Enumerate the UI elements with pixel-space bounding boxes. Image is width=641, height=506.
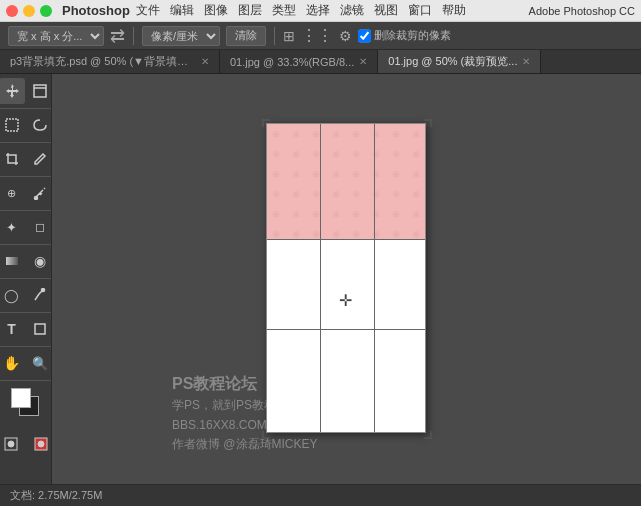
svg-rect-13 (267, 124, 425, 239)
grid-line-h1 (267, 239, 425, 240)
doc-size-label: 文档: 2.75M/2.75M (10, 488, 102, 503)
grid-line-h2 (267, 329, 425, 330)
tool-group-marquee (0, 112, 51, 143)
tool-group-healing: ⊕ (0, 180, 51, 211)
toolbox: ⊕ ✦ ◻ ◉ ◯ (0, 74, 52, 484)
grid-line-v2 (374, 124, 375, 432)
dodge-tool[interactable]: ◯ (0, 282, 25, 308)
menu-file[interactable]: 文件 (136, 2, 160, 19)
tab-2[interactable]: 01.jpg @ 50% (裁剪预览... ✕ (378, 50, 541, 73)
unit-select[interactable]: 像素/厘米 (142, 26, 220, 46)
menu-bar: Photoshop 文件 编辑 图像 图层 类型 选择 滤镜 视图 窗口 帮助 … (0, 0, 641, 22)
grid-line-v1 (320, 124, 321, 432)
app-title: Adobe Photoshop CC (529, 5, 635, 17)
tool-group-hand: ✋ 🔍 (0, 350, 51, 381)
menu-layer[interactable]: 图层 (238, 2, 262, 19)
canvas-content: ❋ ✛ (266, 123, 426, 433)
canvas-document: ❋ ✛ (266, 123, 428, 435)
options-bar: 宽 x 高 x 分... ⇄ 像素/厘米 清除 ⊞ ⋮⋮ ⚙ 删除裁剪的像素 (0, 22, 641, 50)
mask-mode-group (0, 431, 54, 457)
tab-0-close[interactable]: ✕ (201, 56, 209, 67)
crop-mode-icon[interactable]: ⊞ (283, 28, 295, 44)
svg-point-3 (34, 197, 37, 200)
watermark-line3: 作者微博 @涂磊琦MICKEY (172, 435, 318, 454)
delete-pixels-checkbox[interactable] (358, 26, 371, 46)
clear-button[interactable]: 清除 (226, 26, 266, 46)
eyedropper-tool[interactable] (27, 146, 53, 172)
status-bar: 文档: 2.75M/2.75M (0, 484, 641, 506)
color-swatches[interactable] (11, 388, 47, 424)
menu-help[interactable]: 帮助 (442, 2, 466, 19)
tab-1-close[interactable]: ✕ (359, 56, 367, 67)
eraser-tool[interactable]: ◻ (27, 214, 53, 240)
white-area (267, 239, 425, 432)
move-tool[interactable] (0, 78, 25, 104)
menu-type[interactable]: 类型 (272, 2, 296, 19)
artboard-tool[interactable] (27, 78, 53, 104)
tab-1-label: 01.jpg @ 33.3%(RGB/8... (230, 56, 354, 68)
tool-group-gradient: ◉ (0, 248, 51, 279)
menu-window[interactable]: 窗口 (408, 2, 432, 19)
menu-view[interactable]: 视图 (374, 2, 398, 19)
traffic-lights (6, 5, 52, 17)
main-area: ⊕ ✦ ◻ ◉ ◯ (0, 74, 641, 484)
minimize-button[interactable] (23, 5, 35, 17)
menu-items[interactable]: 文件 编辑 图像 图层 类型 选择 滤镜 视图 窗口 帮助 (136, 2, 466, 19)
tab-0-label: p3背景填充.psd @ 50% (▼背景填充 其实就是改变背景的图案喔, 我个… (10, 54, 196, 69)
size-preset-select[interactable]: 宽 x 高 x 分... (8, 26, 104, 46)
svg-point-5 (41, 289, 44, 292)
hand-tool[interactable]: ✋ (0, 350, 25, 376)
shape-tool[interactable] (27, 316, 53, 342)
delete-pixels-checkbox-label[interactable]: 删除裁剪的像素 (358, 26, 451, 46)
tool-group-crop (0, 146, 51, 177)
tab-2-label: 01.jpg @ 50% (裁剪预览... (388, 54, 517, 69)
tab-bar: p3背景填充.psd @ 50% (▼背景填充 其实就是改变背景的图案喔, 我个… (0, 50, 641, 74)
canvas-area[interactable]: ❋ ✛ PS教程论坛 (52, 74, 641, 484)
quick-mask-mode[interactable] (28, 431, 54, 457)
separator-1 (133, 27, 134, 45)
pink-pattern-area: ❋ (267, 124, 425, 239)
grid-icon[interactable]: ⋮⋮ (301, 26, 333, 45)
foreground-color-swatch[interactable] (11, 388, 31, 408)
marquee-tool[interactable] (0, 112, 25, 138)
tool-group-dodge: ◯ (0, 282, 51, 313)
blur-tool[interactable]: ◉ (27, 248, 53, 274)
separator-2 (274, 27, 275, 45)
pen-tool[interactable] (27, 282, 53, 308)
tab-1[interactable]: 01.jpg @ 33.3%(RGB/8... ✕ (220, 50, 378, 73)
menu-image[interactable]: 图像 (204, 2, 228, 19)
tool-group-text: T (0, 316, 51, 347)
menu-filter[interactable]: 滤镜 (340, 2, 364, 19)
tool-group-selection (0, 78, 51, 109)
healing-tool[interactable]: ⊕ (0, 180, 25, 206)
svg-rect-6 (35, 324, 45, 334)
svg-point-10 (38, 441, 44, 447)
text-tool[interactable]: T (0, 316, 25, 342)
brush-tool[interactable] (27, 180, 53, 206)
svg-point-8 (8, 441, 14, 447)
close-button[interactable] (6, 5, 18, 17)
tool-group-clone: ✦ ◻ (0, 214, 51, 245)
standard-mode[interactable] (0, 431, 24, 457)
menu-select[interactable]: 选择 (306, 2, 330, 19)
maximize-button[interactable] (40, 5, 52, 17)
settings-icon[interactable]: ⚙ (339, 28, 352, 44)
menu-edit[interactable]: 编辑 (170, 2, 194, 19)
tab-0[interactable]: p3背景填充.psd @ 50% (▼背景填充 其实就是改变背景的图案喔, 我个… (0, 50, 220, 73)
pattern-svg: ❋ (267, 124, 425, 239)
svg-rect-0 (34, 85, 46, 97)
svg-rect-4 (6, 257, 18, 265)
menu-bar-right: Adobe Photoshop CC (529, 5, 635, 17)
zoom-tool[interactable]: 🔍 (27, 350, 53, 376)
gradient-tool[interactable] (0, 248, 25, 274)
app-name: Photoshop (62, 3, 130, 18)
clone-tool[interactable]: ✦ (0, 214, 25, 240)
svg-rect-2 (6, 119, 18, 131)
crop-tool[interactable] (0, 146, 25, 172)
rotate-icon[interactable]: ⇄ (110, 25, 125, 47)
tab-2-close[interactable]: ✕ (522, 56, 530, 67)
lasso-tool[interactable] (27, 112, 53, 138)
